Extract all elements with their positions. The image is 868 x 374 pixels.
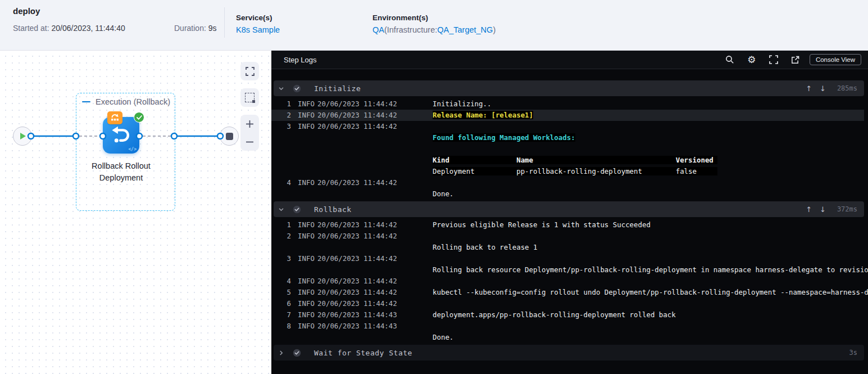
- canvas-fullscreen-button[interactable]: [240, 62, 259, 80]
- log-level: INFO: [298, 321, 317, 332]
- step-success-badge-icon: [134, 112, 144, 123]
- log-line-number: 1: [271, 219, 291, 231]
- log-message: Kind Name Versioned: [433, 155, 868, 166]
- infrastructure-link[interactable]: QA_Target_NG: [437, 25, 493, 34]
- log-timestamp: 20/06/2023 11:44:42: [317, 177, 433, 188]
- duration-label: Duration:: [174, 24, 206, 33]
- console-view-button[interactable]: Console View: [810, 54, 861, 65]
- log-message: [433, 121, 868, 132]
- log-timestamp: 20/06/2023 11:44:43: [317, 309, 433, 321]
- chevron-right-icon[interactable]: [274, 350, 288, 356]
- log-row: Done.: [271, 188, 868, 200]
- log-level: INFO: [298, 110, 317, 121]
- log-timestamp: 20/06/2023 11:44:42: [317, 110, 433, 121]
- canvas-marquee-select-button[interactable]: [240, 88, 259, 107]
- log-section-header[interactable]: Rollback↑↓372ms: [274, 201, 864, 217]
- log-section: Rollback↑↓372ms1INFO20/06/2023 11:44:42P…: [271, 201, 868, 343]
- scroll-to-bottom-icon[interactable]: ↓: [820, 84, 826, 93]
- log-level: INFO: [298, 98, 317, 110]
- log-line-number: 2: [271, 110, 291, 121]
- log-message: Initializing..: [433, 98, 868, 110]
- log-message: Found following Managed Workloads:: [433, 132, 868, 143]
- log-timestamp: [317, 155, 433, 166]
- log-level: [298, 242, 317, 253]
- fullscreen-icon[interactable]: [769, 55, 779, 65]
- execution-group-label: Execution (Rollback): [96, 97, 170, 106]
- section-duration: 285ms: [834, 84, 857, 92]
- services-label: Service(s): [236, 13, 280, 22]
- log-message: [433, 253, 868, 264]
- log-level: INFO: [298, 219, 317, 231]
- collapse-group-icon[interactable]: [82, 101, 90, 103]
- log-timestamp: 20/06/2023 11:44:42: [317, 253, 433, 264]
- log-message: deployment.apps/pp-rollback-rolling-depl…: [433, 309, 868, 321]
- service-link[interactable]: K8s Sample: [236, 25, 280, 34]
- log-level: INFO: [298, 309, 317, 321]
- start-node[interactable]: [13, 127, 32, 146]
- code-icon: </>: [129, 147, 137, 152]
- section-duration: 372ms: [834, 205, 857, 213]
- search-icon[interactable]: [725, 55, 735, 65]
- log-message: Done.: [433, 188, 868, 200]
- log-timestamp: [317, 143, 433, 155]
- log-section-header[interactable]: Wait for Steady State3s: [274, 345, 864, 361]
- log-line-number: [271, 332, 291, 343]
- chevron-down-icon[interactable]: [274, 206, 288, 213]
- play-icon: [19, 132, 26, 140]
- log-message: Release Name: [release1]: [433, 110, 864, 121]
- log-line-number: [271, 242, 291, 253]
- zoom-out-icon: [246, 138, 254, 146]
- execution-group-header[interactable]: Execution (Rollback): [82, 97, 170, 106]
- started-at: Started at: 20/06/2023, 11:44:40: [13, 24, 125, 33]
- log-section-title: Rollback: [314, 205, 352, 214]
- log-level: INFO: [298, 276, 317, 287]
- log-message: [433, 177, 868, 188]
- log-line-number: 4: [271, 276, 291, 287]
- started-at-label: Started at:: [13, 24, 49, 33]
- log-message: Rolling back to release 1: [433, 242, 868, 253]
- marquee-select-icon: [245, 93, 255, 102]
- step-logs-panel: Step Logs ⚙ Console View Initialize↑↓285…: [271, 51, 868, 374]
- log-row: 8INFO20/06/2023 11:44:43: [271, 321, 868, 332]
- scroll-to-bottom-icon[interactable]: ↓: [820, 205, 826, 214]
- zoom-out-button[interactable]: [240, 133, 259, 151]
- log-timestamp: 20/06/2023 11:44:42: [317, 219, 433, 231]
- log-line-number: 7: [271, 309, 291, 321]
- end-node[interactable]: [220, 127, 239, 146]
- log-line-number: 4: [271, 177, 291, 188]
- log-timestamp: [317, 188, 433, 200]
- log-message: kubectl --kubeconfig=config rollout undo…: [433, 287, 868, 298]
- open-in-new-icon[interactable]: [790, 55, 801, 65]
- log-level: INFO: [298, 177, 317, 188]
- log-row: Rolling back to release 1: [271, 242, 868, 253]
- log-line-number: [271, 155, 291, 166]
- scroll-to-top-icon[interactable]: ↑: [806, 205, 812, 214]
- rollback-arrow-icon: [110, 124, 133, 147]
- log-row: 1INFO20/06/2023 11:44:42Initializing..: [271, 98, 868, 110]
- log-timestamp: 20/06/2023 11:44:42: [317, 298, 433, 309]
- environments-field: Environment(s) QA(Infrastructure:QA_Targ…: [372, 13, 496, 34]
- log-section: Initialize↑↓285ms1INFO20/06/2023 11:44:4…: [271, 80, 868, 200]
- log-row: Done.: [271, 332, 868, 343]
- pipeline-name: deploy: [13, 6, 40, 16]
- pipeline-graph-canvas[interactable]: Execution (Rollback) </>: [0, 51, 271, 374]
- settings-icon[interactable]: ⚙: [747, 55, 757, 65]
- scroll-to-top-icon[interactable]: ↑: [806, 84, 812, 93]
- log-level: [298, 143, 317, 155]
- environment-link[interactable]: QA: [372, 25, 384, 34]
- log-row: 4INFO20/06/2023 11:44:42: [271, 177, 868, 188]
- log-section-header[interactable]: Initialize↑↓285ms: [274, 80, 864, 96]
- started-at-value: 20/06/2023, 11:44:40: [51, 24, 125, 33]
- log-row: 2INFO20/06/2023 11:44:42Release Name: [r…: [271, 110, 864, 121]
- chevron-down-icon[interactable]: [274, 85, 288, 92]
- zoom-in-icon: [246, 120, 254, 128]
- step-success-icon: [288, 84, 305, 93]
- toolbar-icons: ⚙: [725, 55, 801, 65]
- log-row: Found following Managed Workloads:: [271, 132, 868, 143]
- log-message: Previous eligible Release is 1 with stat…: [433, 219, 868, 231]
- log-line-number: 3: [271, 121, 291, 132]
- step-success-icon: [288, 205, 305, 214]
- zoom-in-button[interactable]: [240, 115, 259, 133]
- log-level: [298, 332, 317, 343]
- log-level: [298, 166, 317, 177]
